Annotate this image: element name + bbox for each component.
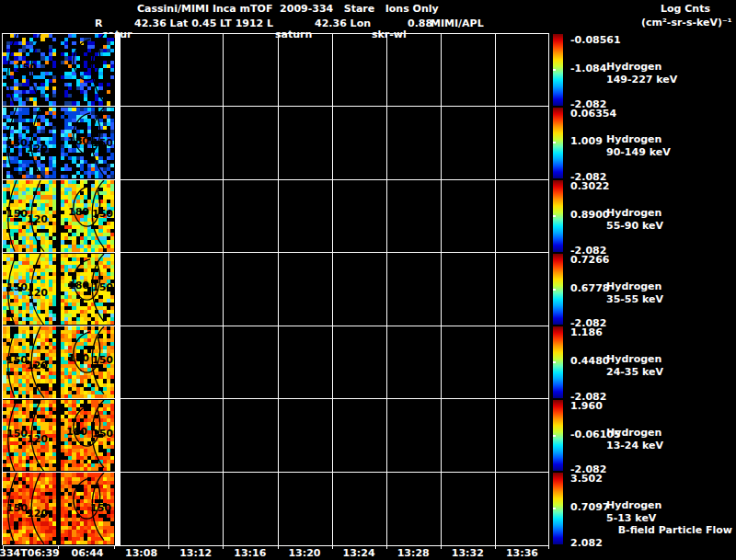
contour-label: 150 — [6, 281, 28, 293]
energy-range-label: 13-24 keV — [606, 440, 663, 451]
colorbar-mid-tick — [553, 435, 556, 437]
ephemeris-part: 42.36 Lon — [315, 18, 371, 29]
contour-overlay: 180150 — [61, 254, 114, 326]
time-tick-label: 13:36 — [506, 548, 538, 559]
colorbar-max-label: -0.08561 — [570, 35, 621, 46]
contour-label: 120 — [27, 286, 48, 298]
species-label: Hydrogen — [606, 354, 661, 365]
species-label: Hydrogen — [606, 62, 661, 73]
grid-vline — [386, 33, 387, 545]
species-label: Hydrogen — [606, 208, 661, 219]
contour-overlay: 150120 — [3, 400, 56, 472]
time-tick-label: 13:24 — [343, 548, 375, 559]
colorbar-min-label: 2.082 — [570, 538, 603, 549]
colorbar-max-label: 1.960 — [570, 401, 603, 412]
grid-vline — [332, 33, 333, 545]
heatmap-tile: 180150 — [61, 254, 114, 326]
species-label: Hydrogen — [606, 134, 661, 145]
colorbar-max-label: 1.186 — [570, 327, 603, 338]
time-tick-label: 06:44 — [71, 548, 103, 559]
colorbar-max-label: 0.06354 — [570, 109, 616, 120]
colorbar-max-label: 0.7266 — [570, 255, 609, 266]
axis-tick — [332, 545, 333, 549]
contour-overlay: 150120 — [3, 108, 56, 179]
axis-tick — [548, 545, 549, 549]
colorbar-mid-tick — [553, 361, 556, 363]
colorbar-mid-tick — [553, 508, 556, 509]
contour-label: 120 — [27, 508, 48, 520]
colorbar-mid-label: 0.8900 — [570, 210, 609, 221]
contour-overlay: 180150 — [61, 326, 114, 398]
species-label: Hydrogen — [606, 281, 661, 292]
time-tick-label: 13:16 — [234, 548, 266, 559]
axis-tick — [441, 545, 442, 549]
colorbar-mid-label: 0.4480 — [570, 356, 609, 367]
grid-vline — [278, 33, 279, 545]
cassini-mimi-display: Cassini/MIMI Inca mTOF 2009-334 Stare Io… — [0, 0, 736, 560]
time-tick-label: 13:32 — [452, 548, 484, 559]
time-tick-label: 334T06:39 — [0, 548, 60, 559]
heatmap-tile: 150120 — [3, 473, 56, 544]
grid-vline — [441, 33, 442, 545]
contour-label: 150 — [92, 354, 113, 366]
contour-label: 180 — [68, 352, 89, 364]
heatmap-tile — [61, 34, 114, 106]
ephemeris-part: MIMI/APL — [431, 18, 484, 29]
contour-overlay: 180150 — [61, 180, 114, 252]
contour-label: 180 — [68, 280, 89, 291]
plot-area: R42.36 Lat 0.45 LT 1912 L42.36 Lon0.88MI… — [0, 0, 736, 560]
heatmap-tile: 150120 — [3, 400, 56, 472]
contour-overlay: 180150 — [61, 108, 114, 179]
axis-tick — [278, 545, 279, 549]
contour-overlay: 150120 — [3, 326, 56, 398]
colorbar-mid-tick — [553, 69, 556, 71]
heatmap-tile: 150 — [61, 473, 114, 544]
colorbar-mid-label: 0.7097 — [570, 502, 609, 513]
grid-hline — [3, 545, 549, 546]
energy-range-label: 90-149 keV — [606, 147, 671, 158]
colorbar-mid-label: -1.084 — [570, 63, 606, 74]
contour-label: 150 — [6, 502, 28, 514]
heatmap-tile: 180150 — [61, 326, 114, 398]
panel-overlay-label: skr-wl — [372, 29, 407, 40]
axis-tick — [114, 545, 115, 549]
axis-tick — [495, 545, 496, 549]
energy-range-label: 55-90 keV — [606, 221, 663, 232]
axis-tick — [386, 545, 387, 549]
energy-range-label: 35-55 keV — [606, 294, 663, 305]
contour-label: 180 — [68, 206, 89, 218]
axis-tick — [223, 545, 224, 549]
time-tick-label: 13:20 — [288, 548, 320, 559]
contour-overlay — [61, 34, 114, 106]
contour-label: 150 — [92, 136, 113, 148]
species-label: Hydrogen — [606, 500, 661, 511]
heatmap-tile: 150120 — [3, 326, 56, 398]
contour-label: 150 — [6, 428, 28, 440]
ephemeris-part: 0.88 — [408, 18, 432, 29]
contour-label: 150 — [6, 136, 28, 148]
heatmap-tile: 180150 — [61, 400, 114, 472]
contour-label: 150 — [92, 428, 113, 440]
ephemeris-part: 42.36 Lat 0.45 LT 1912 L — [134, 18, 273, 29]
contour-label: 150 — [92, 281, 113, 293]
contour-label: 150 — [90, 502, 111, 514]
panel-overlay-label: saturn — [275, 29, 312, 40]
data-gap-bar — [115, 33, 121, 545]
colorbar-max-label: 0.3022 — [570, 181, 609, 192]
contour-label: 120 — [27, 433, 48, 445]
energy-range-label: 24-35 keV — [606, 367, 663, 378]
grid-vline — [548, 33, 549, 545]
heatmap-tile: 150120 — [3, 180, 56, 252]
contour-overlay: 150 — [61, 473, 114, 544]
heatmap-tile: 180150 — [61, 108, 114, 179]
contour-overlay: 150120 — [3, 473, 56, 544]
contour-label: 180 — [66, 426, 87, 438]
contour-label: 150 — [16, 62, 37, 74]
time-tick-label: 13:08 — [125, 548, 157, 559]
contour-label: 180 — [68, 134, 89, 146]
energy-range-label: 149-227 keV — [606, 74, 677, 86]
colorbar-mid-tick — [553, 142, 556, 143]
colorbar-mid-label: 1.009 — [570, 136, 603, 147]
contour-label: 150 — [6, 208, 28, 220]
contour-label: 120 — [27, 213, 48, 225]
